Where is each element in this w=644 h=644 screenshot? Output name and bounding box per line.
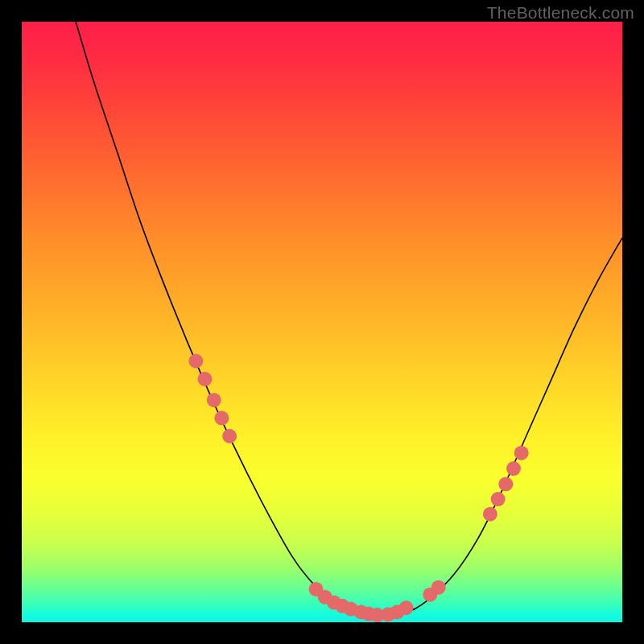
- curve-marker: [398, 601, 413, 615]
- curve-marker: [222, 429, 237, 444]
- curve-marker: [198, 372, 213, 386]
- curve-marker: [207, 393, 221, 407]
- curve-markers: [188, 353, 528, 622]
- outer-frame: TheBottleneck.com: [0, 0, 644, 644]
- curve-marker: [188, 353, 203, 368]
- watermark-text: TheBottleneck.com: [487, 3, 634, 23]
- curve-marker: [491, 492, 506, 506]
- curve-marker: [214, 411, 229, 425]
- gradient-plot-area: [22, 22, 622, 622]
- curve-marker: [514, 446, 529, 460]
- curve-marker: [431, 580, 446, 595]
- curve-marker: [498, 477, 513, 491]
- curve-marker: [506, 461, 521, 476]
- bottleneck-curve: [76, 22, 622, 617]
- curve-layer: [22, 22, 622, 622]
- curve-marker: [483, 507, 497, 522]
